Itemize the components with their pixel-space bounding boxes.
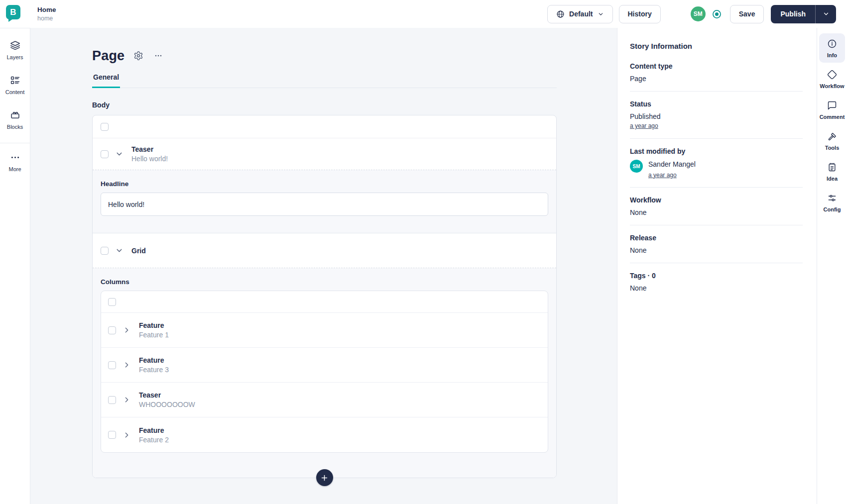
block-checkbox[interactable] bbox=[108, 396, 116, 404]
expand-block-button[interactable] bbox=[122, 431, 132, 439]
status-time-link[interactable]: a year ago bbox=[630, 122, 658, 129]
tab-general[interactable]: General bbox=[92, 73, 120, 88]
story-slug: home bbox=[37, 15, 56, 22]
live-status-icon[interactable] bbox=[712, 9, 722, 19]
workflow-value: None bbox=[630, 208, 803, 216]
collapse-grid-button[interactable] bbox=[115, 246, 125, 255]
notepad-icon bbox=[827, 162, 837, 172]
block-name: Feature bbox=[139, 356, 169, 364]
globe-icon bbox=[556, 10, 565, 18]
chevron-down-icon bbox=[823, 10, 830, 17]
page-title: Page bbox=[92, 48, 124, 64]
feature-block-row[interactable]: Feature Feature 3 bbox=[101, 348, 548, 383]
storyblok-logo[interactable]: B bbox=[6, 5, 20, 19]
sidebar-divider bbox=[0, 143, 30, 143]
select-all-row bbox=[93, 115, 556, 138]
columns-blocks-card: Feature Feature 1 Feature bbox=[101, 291, 548, 453]
tags-label: Tags · 0 bbox=[630, 272, 803, 280]
body-blocks-card: Teaser Hello world! Headline Grid Column… bbox=[92, 115, 557, 478]
chevron-right-icon bbox=[122, 326, 132, 334]
user-avatar[interactable]: SM bbox=[691, 6, 706, 21]
divider bbox=[630, 263, 803, 263]
columns-field-label: Columns bbox=[101, 278, 548, 286]
expand-block-button[interactable] bbox=[122, 326, 132, 334]
history-button[interactable]: History bbox=[619, 5, 661, 23]
block-preview: Feature 2 bbox=[139, 436, 169, 444]
more-dots-icon bbox=[10, 152, 20, 163]
rail-item-idea[interactable]: Idea bbox=[819, 157, 845, 186]
block-name: Teaser bbox=[139, 391, 195, 399]
rail-item-comment[interactable]: Comment bbox=[819, 95, 845, 124]
headline-field-label: Headline bbox=[101, 180, 548, 188]
last-modified-label: Last modified by bbox=[630, 147, 803, 155]
language-selector-button[interactable]: Default bbox=[547, 5, 612, 23]
sidebar-item-more[interactable]: More bbox=[8, 150, 21, 174]
grid-block-checkbox[interactable] bbox=[101, 247, 109, 255]
columns-select-all-checkbox[interactable] bbox=[108, 298, 116, 306]
left-sidebar: Layers Content Blocks More bbox=[0, 28, 30, 504]
story-title: Home bbox=[37, 6, 56, 13]
teaser-block-checkbox[interactable] bbox=[101, 150, 109, 158]
expand-block-button[interactable] bbox=[122, 361, 132, 369]
collapse-teaser-button[interactable] bbox=[115, 150, 125, 158]
status-value: Published bbox=[630, 112, 803, 120]
top-bar: B Home home Default History SM Save bbox=[0, 0, 847, 28]
divider bbox=[630, 187, 803, 188]
block-checkbox[interactable] bbox=[108, 431, 116, 439]
block-name: Feature bbox=[139, 426, 169, 434]
sliders-icon bbox=[827, 193, 837, 203]
sidebar-item-blocks[interactable]: Blocks bbox=[7, 108, 23, 132]
logo-letter: B bbox=[10, 7, 16, 17]
feature-block-row[interactable]: Feature Feature 1 bbox=[101, 313, 548, 348]
gear-icon bbox=[133, 51, 143, 61]
rail-item-tools[interactable]: Tools bbox=[819, 126, 845, 155]
add-block-button[interactable] bbox=[316, 469, 333, 486]
chevron-down-icon bbox=[598, 11, 604, 17]
block-name: Grid bbox=[131, 247, 146, 255]
rail-item-workflow[interactable]: Workflow bbox=[819, 64, 845, 94]
divider bbox=[630, 225, 803, 225]
rail-item-config[interactable]: Config bbox=[819, 188, 845, 217]
workflow-diamond-icon bbox=[827, 70, 837, 80]
teaser-block-row[interactable]: Teaser Hello world! bbox=[93, 138, 556, 170]
columns-select-all-row bbox=[101, 291, 548, 313]
info-icon bbox=[827, 39, 837, 49]
content-type-label: Content type bbox=[630, 62, 803, 70]
divider bbox=[630, 91, 803, 92]
block-checkbox[interactable] bbox=[108, 361, 116, 369]
block-checkbox[interactable] bbox=[108, 326, 116, 334]
content-type-value: Page bbox=[630, 75, 803, 83]
block-settings-button[interactable] bbox=[132, 50, 144, 62]
release-value: None bbox=[630, 246, 803, 254]
chevron-right-icon bbox=[122, 431, 132, 439]
status-label: Status bbox=[630, 100, 803, 108]
publish-button[interactable]: Publish bbox=[771, 5, 815, 23]
divider bbox=[630, 138, 803, 139]
select-all-checkbox[interactable] bbox=[101, 123, 109, 131]
rail-item-info[interactable]: Info bbox=[819, 33, 845, 63]
publish-options-button[interactable] bbox=[815, 5, 836, 23]
save-button[interactable]: Save bbox=[730, 5, 764, 23]
chevron-down-icon bbox=[115, 246, 125, 255]
plus-icon bbox=[320, 474, 329, 482]
block-name: Feature bbox=[139, 321, 169, 329]
feature-block-row[interactable]: Feature Feature 2 bbox=[101, 417, 548, 452]
hammer-icon bbox=[827, 131, 837, 141]
publish-split-button: Publish bbox=[771, 5, 836, 23]
expand-block-button[interactable] bbox=[122, 396, 132, 404]
sidebar-item-layers[interactable]: Layers bbox=[6, 38, 23, 62]
breadcrumb: Home home bbox=[37, 6, 56, 22]
grid-block-row[interactable]: Grid bbox=[93, 233, 556, 268]
sidebar-item-content[interactable]: Content bbox=[5, 73, 25, 97]
modified-time-link[interactable]: a year ago bbox=[648, 172, 696, 179]
content-icon bbox=[10, 75, 20, 86]
layers-icon bbox=[10, 40, 20, 51]
more-options-button[interactable] bbox=[152, 50, 164, 62]
headline-input[interactable] bbox=[101, 193, 548, 216]
teaser-block-row[interactable]: Teaser WHOOOOOOOW bbox=[101, 383, 548, 417]
ellipsis-icon bbox=[153, 51, 163, 61]
blocks-icon bbox=[10, 110, 20, 120]
release-label: Release bbox=[630, 234, 803, 242]
right-tool-rail: Info Workflow Comment Tools Idea Config bbox=[817, 28, 847, 504]
block-preview: Hello world! bbox=[131, 155, 168, 163]
